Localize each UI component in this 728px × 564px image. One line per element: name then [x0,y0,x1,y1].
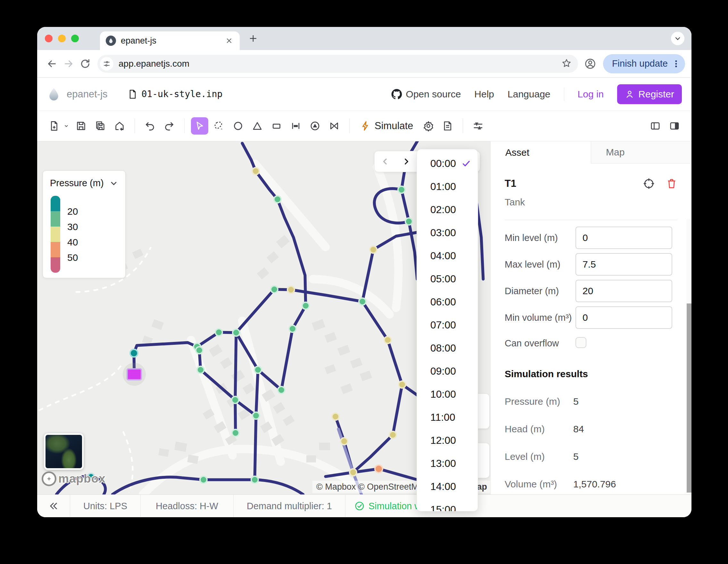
browser-menu-kebab-icon[interactable] [672,59,681,68]
report-document-icon[interactable] [439,117,456,135]
time-option[interactable]: 12:00 [417,429,478,452]
headloss-status[interactable]: Headloss: H-W [140,495,233,517]
undo-button[interactable] [141,117,159,135]
panel-scrollbar-thumb[interactable] [687,303,691,493]
locate-crosshair-icon[interactable] [643,178,655,190]
url-bar[interactable]: app.epanetjs.com [97,55,578,73]
junction-nodes[interactable] [87,168,412,483]
right-panel: Asset Map T1 Tank Min level (m) [490,141,691,494]
time-option[interactable]: 06:00 [417,290,478,313]
legend-tick: 50 [67,252,78,263]
open-source-link[interactable]: Open source [391,89,461,100]
time-option[interactable]: 13:00 [417,452,478,475]
file-chip[interactable]: 01-uk-style.inp [128,89,223,99]
new-file-chevron-icon[interactable] [63,123,70,129]
tank-tool-rect-icon[interactable] [268,117,285,135]
bookmark-star-icon[interactable] [561,58,572,70]
new-file-button[interactable] [45,117,63,135]
legend-tick: 20 [67,206,78,217]
site-settings-icon[interactable] [100,57,113,71]
time-dropdown[interactable]: 00:00 01:00 02:00 03:00 04:00 05:00 06:0… [417,149,478,511]
min-volume-input[interactable] [575,306,672,329]
time-option[interactable]: 05:00 [417,267,478,290]
back-icon[interactable] [44,55,60,72]
min-level-input[interactable] [575,227,672,249]
register-button[interactable]: Register [617,84,682,104]
mapbox-logo[interactable]: mapbox [42,471,106,486]
simulation-settings-gear-icon[interactable] [420,117,437,135]
redo-button[interactable] [161,117,178,135]
log-in-link[interactable]: Log in [578,89,604,100]
pipe-tool-icon[interactable] [287,117,304,135]
reservoir-tool-triangle-icon[interactable] [249,117,266,135]
maximize-window-button[interactable] [71,35,79,42]
legend-chevron-down-icon[interactable] [109,179,118,188]
toggle-right-panel-icon[interactable] [666,117,683,135]
finish-update-button[interactable]: Finish update [603,54,685,73]
time-option[interactable]: 09:00 [417,360,478,383]
result-label: Level (m) [505,451,573,462]
url-text[interactable]: app.epanetjs.com [119,59,189,69]
minimap-globe[interactable] [44,433,84,470]
next-time-icon[interactable] [396,151,417,172]
collapse-statusbar-button[interactable] [37,495,70,517]
valve-tool-icon[interactable] [326,117,343,135]
legend-title[interactable]: Pressure (m) [50,178,104,188]
minimize-window-button[interactable] [58,35,66,42]
time-option[interactable]: 07:00 [417,313,478,336]
language-link[interactable]: Language [508,89,550,100]
time-option[interactable]: 11:00 [417,406,478,429]
pump-tool-icon[interactable] [306,117,324,135]
time-option[interactable]: 10:00 [417,383,478,406]
asset-form: Min level (m) Max level (m) Diameter (m)… [491,220,691,494]
time-option[interactable]: 08:00 [417,336,478,360]
diameter-input[interactable] [575,280,672,302]
map-settings-sliders-icon[interactable] [469,117,487,135]
save-as-button[interactable] [92,117,109,135]
units-status[interactable]: Units: LPS [70,495,140,517]
time-option[interactable]: 01:00 [417,175,478,198]
epanet-droplet-logo-icon [47,87,61,101]
field-label: Can overflow [505,338,575,349]
save-button[interactable] [72,117,90,135]
new-tab-button[interactable] [246,31,260,46]
time-option[interactable]: 03:00 [417,221,478,244]
field-label: Min volume (m³) [505,312,575,323]
file-icon [128,89,138,99]
toggle-left-panel-icon[interactable] [647,117,664,135]
browser-tab[interactable]: epanet-js [100,31,240,50]
can-overflow-checkbox[interactable] [575,337,586,348]
time-option[interactable]: 15:00 [417,498,478,511]
lasso-select-tool[interactable] [210,117,227,135]
export-inp-button[interactable] [111,117,128,135]
selected-check-icon [461,158,471,169]
tab-map[interactable]: Map [591,141,691,163]
simulation-status[interactable]: Simulation w [345,495,691,517]
reload-icon[interactable] [77,55,94,72]
simulate-button[interactable]: Simulate [356,117,418,135]
tab-search-chevron-icon[interactable] [671,32,684,45]
select-pointer-tool[interactable] [191,117,208,135]
delete-trash-icon[interactable] [666,178,677,189]
browser-tab-strip: epanet-js [37,27,691,50]
profile-icon[interactable] [582,55,599,72]
time-option-selected[interactable]: 00:00 [417,152,478,175]
time-option[interactable]: 02:00 [417,198,478,221]
browser-navbar: app.epanetjs.com Finish update [37,50,691,78]
demand-multiplier-status[interactable]: Demand multiplier: 1 [233,495,345,517]
time-option[interactable]: 14:00 [417,475,478,498]
window-controls [45,35,79,42]
header-divider [564,87,564,101]
previous-time-icon[interactable] [375,151,396,172]
help-link[interactable]: Help [474,89,494,100]
close-window-button[interactable] [45,35,53,42]
tank-t1-selected[interactable] [123,363,146,386]
forward-icon[interactable] [60,55,77,72]
app-header: epanet-js 01-uk-style.inp Open source He… [37,78,691,111]
max-level-input[interactable] [575,253,672,276]
time-option[interactable]: 04:00 [417,244,478,267]
tab-asset[interactable]: Asset [491,141,591,163]
panel-scrollbar[interactable] [687,219,691,494]
tab-close-icon[interactable] [224,36,234,46]
junction-tool-circle-icon[interactable] [229,117,247,135]
